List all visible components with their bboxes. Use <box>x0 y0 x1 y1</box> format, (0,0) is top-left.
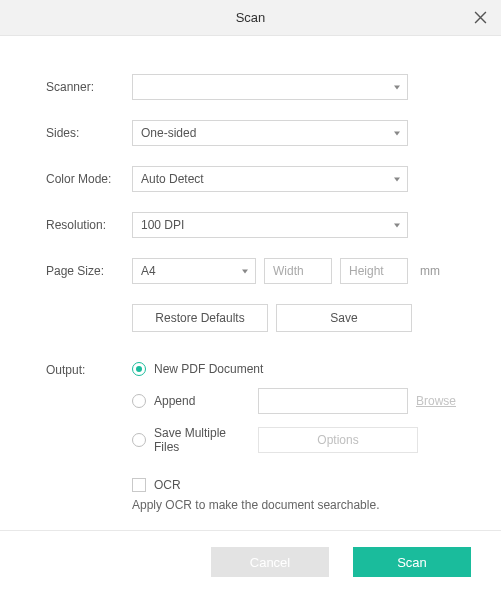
sides-label: Sides: <box>46 126 132 140</box>
append-file-input[interactable] <box>258 388 408 414</box>
options-button[interactable]: Options <box>258 427 418 453</box>
output-label: Output: <box>46 362 132 377</box>
scanner-label: Scanner: <box>46 80 132 94</box>
output-radio-append[interactable] <box>132 394 146 408</box>
ocr-hint: Apply OCR to make the document searchabl… <box>132 498 461 512</box>
output-append-label: Append <box>154 394 250 408</box>
color-mode-value: Auto Detect <box>141 172 204 186</box>
page-size-value: A4 <box>141 264 156 278</box>
page-width-input[interactable]: Width <box>264 258 332 284</box>
chevron-down-icon <box>394 177 400 181</box>
close-button[interactable] <box>471 9 489 27</box>
dialog-title: Scan <box>236 10 266 25</box>
scan-button[interactable]: Scan <box>353 547 471 577</box>
chevron-down-icon <box>394 223 400 227</box>
restore-defaults-button[interactable]: Restore Defaults <box>132 304 268 332</box>
chevron-down-icon <box>394 131 400 135</box>
resolution-label: Resolution: <box>46 218 132 232</box>
scanner-select[interactable] <box>132 74 408 100</box>
chevron-down-icon <box>242 269 248 273</box>
output-radio-new-pdf[interactable] <box>132 362 146 376</box>
page-size-label: Page Size: <box>46 264 132 278</box>
page-height-input[interactable]: Height <box>340 258 408 284</box>
chevron-down-icon <box>394 85 400 89</box>
sides-value: One-sided <box>141 126 196 140</box>
page-size-select[interactable]: A4 <box>132 258 256 284</box>
output-new-pdf-label: New PDF Document <box>154 362 263 376</box>
dialog-footer: Cancel Scan <box>0 530 501 599</box>
ocr-label: OCR <box>154 478 181 492</box>
output-multiple-label: Save Multiple Files <box>154 426 250 454</box>
titlebar: Scan <box>0 0 501 36</box>
ocr-checkbox[interactable] <box>132 478 146 492</box>
browse-link[interactable]: Browse <box>416 394 456 408</box>
output-radio-multiple[interactable] <box>132 433 146 447</box>
close-icon <box>474 11 487 24</box>
resolution-value: 100 DPI <box>141 218 184 232</box>
color-mode-label: Color Mode: <box>46 172 132 186</box>
save-button[interactable]: Save <box>276 304 412 332</box>
page-width-placeholder: Width <box>273 264 304 278</box>
page-size-unit: mm <box>420 264 440 278</box>
resolution-select[interactable]: 100 DPI <box>132 212 408 238</box>
color-mode-select[interactable]: Auto Detect <box>132 166 408 192</box>
sides-select[interactable]: One-sided <box>132 120 408 146</box>
page-height-placeholder: Height <box>349 264 384 278</box>
cancel-button[interactable]: Cancel <box>211 547 329 577</box>
dialog-content: Scanner: Sides: One-sided Color Mode: Au… <box>0 36 501 522</box>
